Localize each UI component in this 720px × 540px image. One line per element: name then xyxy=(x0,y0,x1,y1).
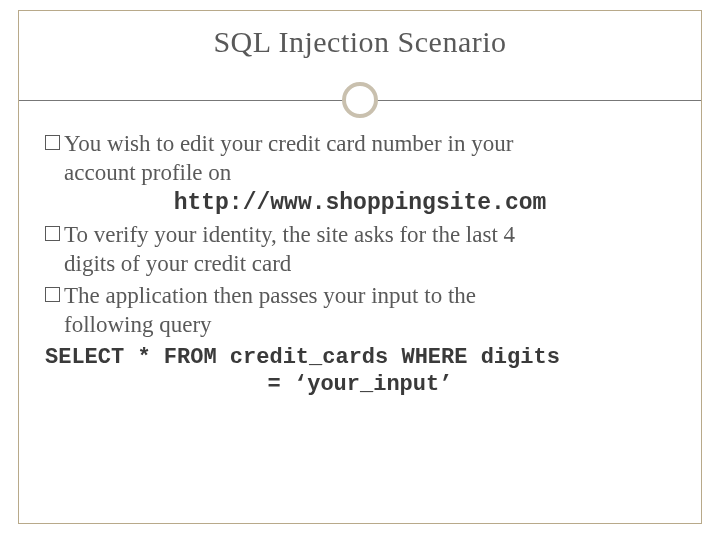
text-line: You wish to edit your credit card number… xyxy=(64,131,513,156)
text-line: following query xyxy=(64,312,212,337)
sql-line: SELECT * FROM credit_cards WHERE digits xyxy=(45,344,675,372)
slide-frame: SQL Injection Scenario You wish to edit … xyxy=(18,10,702,524)
divider-ring-icon xyxy=(342,82,378,118)
text-line: account profile on xyxy=(64,160,231,185)
bullet-text: You wish to edit your credit card number… xyxy=(64,129,675,188)
text-line: digits of your credit card xyxy=(64,251,291,276)
text-line: To verify your identity, the site asks f… xyxy=(64,222,515,247)
slide-title: SQL Injection Scenario xyxy=(19,25,701,59)
bullet-item: You wish to edit your credit card number… xyxy=(45,129,675,188)
square-bullet-icon xyxy=(45,135,60,150)
text-line: The application then passes your input t… xyxy=(64,283,476,308)
code-url: http://www.shoppingsite.com xyxy=(45,190,675,216)
square-bullet-icon xyxy=(45,287,60,302)
sql-line: = ‘your_input’ xyxy=(45,371,675,399)
title-divider xyxy=(19,77,701,123)
square-bullet-icon xyxy=(45,226,60,241)
bullet-item: The application then passes your input t… xyxy=(45,281,675,340)
code-sql: SELECT * FROM credit_cards WHERE digits … xyxy=(45,344,675,399)
slide-body: You wish to edit your credit card number… xyxy=(19,123,701,399)
bullet-item: To verify your identity, the site asks f… xyxy=(45,220,675,279)
bullet-text: To verify your identity, the site asks f… xyxy=(64,220,675,279)
bullet-text: The application then passes your input t… xyxy=(64,281,675,340)
